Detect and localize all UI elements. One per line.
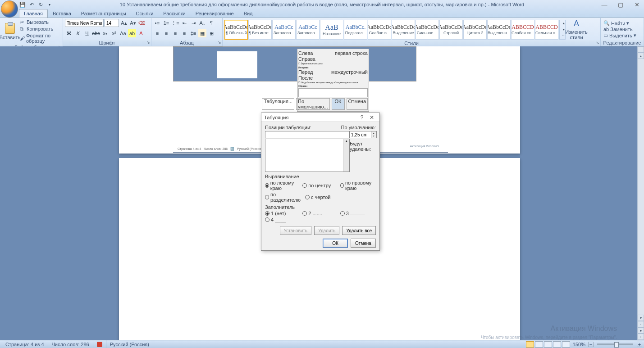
paste-button[interactable]: Вставить <box>2 22 18 41</box>
style-item-1[interactable]: AaBbCcDd¶ Без инте... <box>248 20 272 40</box>
print-layout-view-button[interactable] <box>526 341 534 348</box>
font-color-button[interactable]: A <box>137 29 145 37</box>
clear-all-button[interactable]: Удалить все <box>342 226 376 235</box>
dialog-close-icon[interactable]: ✕ <box>367 114 377 121</box>
next-page-icon[interactable]: ◦ <box>638 334 644 340</box>
full-screen-view-button[interactable] <box>535 341 543 348</box>
clear-button[interactable]: Удалить <box>314 226 339 235</box>
set-button[interactable]: Установить <box>280 226 312 235</box>
style-item-4[interactable]: AaBНазвание <box>320 20 343 40</box>
bold-button[interactable]: Ж <box>65 29 73 37</box>
leader-underline-radio[interactable]: 4 ____ <box>265 217 303 222</box>
tab-home[interactable]: Главная <box>19 9 48 18</box>
highlight-button[interactable]: ab <box>128 29 136 37</box>
align-decimal-radio[interactable]: по разделителю <box>265 192 303 203</box>
borders-button[interactable]: ⊞ <box>207 29 215 37</box>
superscript-button[interactable]: x² <box>110 29 118 37</box>
align-right-radio[interactable]: по правому краю <box>340 180 376 191</box>
style-item-12[interactable]: AABBCCDDСлабая сс... <box>511 20 534 40</box>
zoom-level[interactable]: 150% <box>571 342 587 347</box>
scroll-up-icon[interactable]: ▴ <box>638 53 644 59</box>
align-bar-radio[interactable]: с чертой <box>305 192 343 203</box>
align-left-button[interactable]: ≡ <box>153 29 161 37</box>
multilevel-button[interactable]: ⋮≡ <box>171 19 179 27</box>
styles-launcher-icon[interactable]: ↘ <box>596 41 599 45</box>
bullets-button[interactable]: •≡ <box>153 19 161 27</box>
style-item-13[interactable]: AABBCCDDСильная с... <box>535 20 558 40</box>
zoom-out-button[interactable]: − <box>588 342 594 347</box>
style-item-3[interactable]: AaBbCcЗаголово... <box>296 20 320 40</box>
cancel-button[interactable]: Отмена <box>351 239 376 248</box>
status-proofing[interactable] <box>93 340 106 348</box>
close-button[interactable]: ✕ <box>631 1 642 8</box>
cut-button[interactable]: ✂Вырезать <box>19 19 61 25</box>
style-item-9[interactable]: AaBbCcDdСтрогий <box>439 20 463 40</box>
format-painter-button[interactable]: 🖌Формат по образцу <box>19 32 61 44</box>
prev-page-icon[interactable]: ◦ <box>638 321 644 327</box>
copy-button[interactable]: ⧉Копировать <box>19 26 61 32</box>
ok-button[interactable]: ОК <box>323 239 348 248</box>
style-item-8[interactable]: AaBbCcDdСильное ... <box>416 20 439 40</box>
select-button[interactable]: ▭Выделить ▾ <box>603 32 637 38</box>
status-page[interactable]: Страница: 4 из 4 <box>2 340 48 348</box>
status-language[interactable]: Русский (Россия) <box>106 340 153 348</box>
decrease-indent-button[interactable]: ⇤ <box>180 19 188 27</box>
leader-dots-radio[interactable]: 2 ....... <box>302 211 338 216</box>
paragraph-launcher-icon[interactable]: ↘ <box>218 40 221 45</box>
grow-font-button[interactable]: A▴ <box>120 19 128 27</box>
office-button[interactable] <box>1 0 18 18</box>
tab-page-layout[interactable]: Разметка страницы <box>76 9 131 18</box>
leader-none-radio[interactable]: 1 (нет) <box>265 211 301 216</box>
default-tab-input[interactable] <box>350 131 371 138</box>
tab-review[interactable]: Рецензирование <box>191 9 239 18</box>
default-tab-spinner[interactable]: ▴▾ <box>371 131 377 138</box>
shrink-font-button[interactable]: A▾ <box>129 19 137 27</box>
tab-position-input[interactable] <box>265 131 350 138</box>
outline-view-button[interactable] <box>553 341 561 348</box>
numbering-button[interactable]: 1≡ <box>162 19 170 27</box>
style-item-10[interactable]: AaBbCcDdЦитата 2 <box>463 20 487 40</box>
web-layout-view-button[interactable] <box>544 341 552 348</box>
clear-format-button[interactable]: ⌫ <box>138 19 146 27</box>
align-right-button[interactable]: ≡ <box>171 29 179 37</box>
status-word-count[interactable]: Число слов: 286 <box>48 340 93 348</box>
scroll-down-icon[interactable]: ▾ <box>638 315 644 321</box>
dialog-help-icon[interactable]: ? <box>357 114 367 121</box>
tab-references[interactable]: Ссылки <box>131 9 159 18</box>
increase-indent-button[interactable]: ⇥ <box>189 19 197 27</box>
replace-button[interactable]: abЗаменить <box>603 27 637 32</box>
show-marks-button[interactable]: ¶ <box>207 19 215 27</box>
italic-button[interactable]: К <box>74 29 82 37</box>
zoom-slider[interactable] <box>597 343 633 345</box>
leader-dash-radio[interactable]: 3 ——— <box>340 211 376 216</box>
tab-view[interactable]: Вид <box>239 9 258 18</box>
tab-mailings[interactable]: Рассылки <box>158 9 190 18</box>
align-center-button[interactable]: ≡ <box>162 29 170 37</box>
browse-object-icon[interactable]: ● <box>638 327 644 334</box>
align-left-radio[interactable]: по левому краю <box>265 180 301 191</box>
tab-positions-list[interactable]: ▴ <box>265 139 350 172</box>
style-item-7[interactable]: AaBbCcDdВыделение <box>392 20 415 40</box>
style-item-6[interactable]: AaBbCcDdСлабое в... <box>368 20 391 40</box>
change-case-button[interactable]: Aa <box>119 29 127 37</box>
draft-view-button[interactable] <box>562 341 570 348</box>
tab-insert[interactable]: Вставка <box>48 9 76 18</box>
font-launcher-icon[interactable]: ↘ <box>146 40 150 45</box>
align-center-radio[interactable]: по центру <box>302 180 338 191</box>
maximize-button[interactable]: ▢ <box>615 1 626 8</box>
underline-button[interactable]: Ч <box>83 29 91 37</box>
font-size-combo[interactable] <box>105 19 119 27</box>
zoom-in-button[interactable]: + <box>637 342 642 347</box>
style-item-0[interactable]: AaBbCcDd¶ Обычный <box>224 20 248 40</box>
line-spacing-button[interactable]: ‡≡ <box>189 29 197 37</box>
vertical-scrollbar[interactable]: ▴ ▾ ◦ ● ◦ <box>637 46 644 340</box>
ruler-toggle[interactable] <box>637 46 644 53</box>
sort-button[interactable]: A↓ <box>198 19 206 27</box>
change-styles-button[interactable]: A Изменить стили <box>566 19 586 40</box>
style-item-11[interactable]: AaBbCcDdВыделенн... <box>487 20 511 40</box>
strike-button[interactable]: abc <box>92 29 100 37</box>
find-button[interactable]: 🔍Найти ▾ <box>603 20 637 26</box>
style-item-2[interactable]: AaBbCcЗаголово... <box>272 20 296 40</box>
style-item-5[interactable]: AaBbCc.Подзагол... <box>344 20 367 40</box>
justify-button[interactable]: ≡ <box>180 29 188 37</box>
